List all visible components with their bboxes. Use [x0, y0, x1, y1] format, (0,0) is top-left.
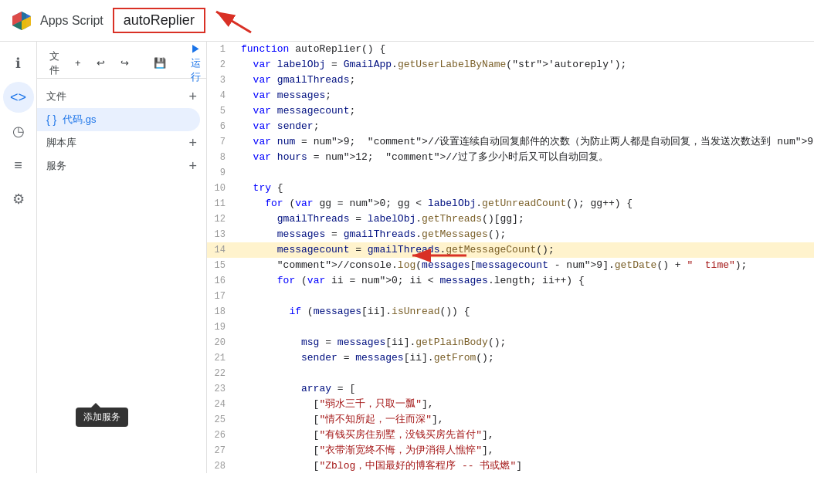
- line-number: 12: [207, 211, 235, 227]
- settings-icon-btn[interactable]: ⚙: [3, 184, 34, 215]
- line-number: 8: [207, 150, 235, 165]
- add-library-btn[interactable]: +: [188, 136, 197, 150]
- line-number: 13: [207, 227, 235, 242]
- line-content: var sender;: [235, 119, 814, 134]
- code-body: 1function autoReplier() {2 var labelObj …: [207, 42, 814, 473]
- run-label: ▶ 运行: [191, 42, 201, 84]
- app-title: Apps Script: [40, 14, 103, 28]
- line-number: 16: [207, 273, 235, 289]
- line-content: var gmailThreads;: [235, 73, 814, 88]
- table-row: 6 var sender;: [207, 119, 814, 134]
- line-number: 28: [207, 458, 235, 473]
- line-content: var labelObj = GmailApp.getUserLabelByNa…: [235, 57, 814, 73]
- sidebar-icons: ℹ <> ◷ ≡ ⚙: [0, 42, 37, 473]
- add-service-btn[interactable]: +: [188, 159, 197, 173]
- add-file-btn[interactable]: +: [69, 54, 87, 72]
- services-section-header: 服务 +: [37, 154, 206, 178]
- line-number: 15: [207, 258, 235, 273]
- table-row: 27 ["衣带渐宽终不悔，为伊消得人憔悴"],: [207, 443, 814, 458]
- table-row: 23 array = [: [207, 381, 814, 397]
- table-row: 12 gmailThreads = labelObj.getThreads()[…: [207, 211, 814, 227]
- line-number: 20: [207, 335, 235, 350]
- menu-icon-btn[interactable]: ≡: [3, 150, 34, 181]
- clock-icon-btn[interactable]: ◷: [3, 116, 34, 147]
- line-number: 9: [207, 165, 235, 181]
- save-btn[interactable]: 💾: [148, 54, 172, 72]
- table-row: 21 sender = messages[ii].getFrom();: [207, 350, 814, 366]
- line-content: ["Zblog，中国最好的博客程序 -- 书或燃"]: [235, 458, 814, 473]
- line-content: var messagecount;: [235, 103, 814, 119]
- table-row: 15 "comment">//console.log(messages[mess…: [207, 258, 814, 273]
- table-row: 19: [207, 320, 814, 335]
- line-content: ["情不知所起，一往而深"],: [235, 412, 814, 428]
- line-number: 24: [207, 397, 235, 412]
- redo-btn[interactable]: ↪: [114, 54, 135, 72]
- tooltip-text: 添加服务: [83, 411, 120, 422]
- table-row: 3 var gmailThreads;: [207, 73, 814, 88]
- table-row: 22: [207, 366, 814, 381]
- line-content: [235, 165, 814, 181]
- line-number: 26: [207, 428, 235, 443]
- project-name-text: autoReplier: [124, 12, 195, 28]
- file-icon: { }: [46, 113, 56, 126]
- table-row: 26 ["有钱买房住别墅，没钱买房先首付"],: [207, 428, 814, 443]
- line-content: for (var gg = num">0; gg < labelObj.getU…: [235, 196, 814, 211]
- line-content: ["弱水三千，只取一瓢"],: [235, 397, 814, 412]
- code-editor[interactable]: 1function autoReplier() {2 var labelObj …: [207, 42, 814, 473]
- svg-line-7: [216, 12, 251, 32]
- line-content: gmailThreads = labelObj.getThreads()[gg]…: [235, 211, 814, 227]
- main-area: ℹ <> ◷ ≡ ⚙ 文件 + ↩ ↪ 💾 ▶ 运行 ⟳ 调试 autoRepl…: [0, 42, 814, 473]
- table-row: 28 ["Zblog，中国最好的博客程序 -- 书或燃"]: [207, 458, 814, 473]
- line-content: msg = messages[ii].getPlainBody();: [235, 335, 814, 350]
- line-number: 17: [207, 289, 235, 304]
- line-number: 18: [207, 304, 235, 320]
- header: Apps Script autoReplier: [0, 0, 814, 42]
- table-row: 9: [207, 165, 814, 181]
- table-row: 2 var labelObj = GmailApp.getUserLabelBy…: [207, 57, 814, 73]
- add-service-tooltip: 添加服务: [76, 408, 128, 427]
- line-number: 5: [207, 103, 235, 119]
- table-row: 11 for (var gg = num">0; gg < labelObj.g…: [207, 196, 814, 211]
- file-panel: 文件 + ↩ ↪ 💾 ▶ 运行 ⟳ 调试 autoReplier ▾ 执行日志 …: [37, 42, 207, 473]
- table-row: 1function autoReplier() {: [207, 42, 814, 57]
- table-row: 10 try {: [207, 181, 814, 196]
- libraries-section-header: 脚本库 +: [37, 131, 206, 154]
- undo-btn[interactable]: ↩: [90, 54, 111, 72]
- info-icon-btn[interactable]: ℹ: [3, 48, 34, 79]
- line-content: messages = gmailThreads.getMessages();: [235, 227, 814, 242]
- code-icon-btn[interactable]: <>: [3, 82, 34, 113]
- project-name-box[interactable]: autoReplier: [113, 8, 205, 33]
- files-section-label: 文件: [46, 90, 66, 103]
- line-number: 19: [207, 320, 235, 335]
- line-content: array = [: [235, 381, 814, 397]
- line-number: 23: [207, 381, 235, 397]
- line-content: ["有钱买房住别墅，没钱买房先首付"],: [235, 428, 814, 443]
- line-number: 27: [207, 443, 235, 458]
- file-name: 代码.gs: [63, 113, 96, 127]
- run-btn[interactable]: ▶ 运行: [185, 42, 207, 87]
- line-number: 1: [207, 42, 235, 57]
- table-row: 24 ["弱水三千，只取一瓢"],: [207, 397, 814, 412]
- file-item-code[interactable]: { } 代码.gs: [37, 108, 200, 131]
- table-row: 25 ["情不知所起，一往而深"],: [207, 412, 814, 428]
- table-row: 13 messages = gmailThreads.getMessages()…: [207, 227, 814, 242]
- header-annotation: [209, 5, 255, 36]
- table-row: 18 if (messages[ii].isUnread()) {: [207, 304, 814, 320]
- table-row: 17: [207, 289, 814, 304]
- file-panel-content: 文件 + { } 代码.gs 脚本库 + 服务 + 添加服务: [37, 79, 206, 184]
- line-number: 2: [207, 57, 235, 73]
- line-content: [235, 289, 814, 304]
- red-arrow-svg: [209, 5, 255, 36]
- line-content: var messages;: [235, 88, 814, 103]
- add-file-btn2[interactable]: +: [188, 90, 197, 103]
- line-content: try {: [235, 181, 814, 196]
- line-content: [235, 320, 814, 335]
- code-table: 1function autoReplier() {2 var labelObj …: [207, 42, 814, 473]
- line-number: 11: [207, 196, 235, 211]
- services-label: 服务: [46, 159, 66, 173]
- table-row: 8 var hours = num">12; "comment">//过了多少小…: [207, 150, 814, 165]
- table-row: 7 var num = num">9; "comment">//设置连续自动回复…: [207, 134, 814, 150]
- line-number: 22: [207, 366, 235, 381]
- apps-script-logo: [9, 8, 34, 33]
- line-content: sender = messages[ii].getFrom();: [235, 350, 814, 366]
